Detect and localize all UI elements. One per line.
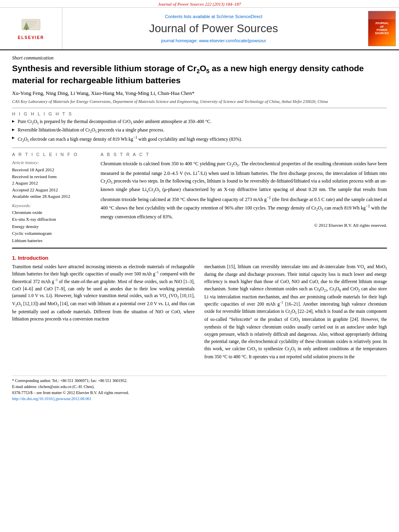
highlight-item-3: Cr2O5 electrode can reach a high energy … bbox=[12, 135, 387, 144]
and-text: and bbox=[35, 286, 42, 291]
intro-section: 1. Introduction Transition metal oxides … bbox=[12, 255, 387, 364]
intro-text-left: Transition metal oxides have attracted i… bbox=[12, 263, 195, 323]
keyword-2: Ex-situ X-ray diffraction bbox=[12, 216, 93, 223]
article-type: Short communication bbox=[12, 55, 387, 61]
issn: 0378-7753/$ – see front matter © 2012 El… bbox=[12, 390, 387, 396]
sciverse-text: Contents lists available at SciVerse Sci… bbox=[165, 14, 262, 19]
highlight-item-1: Pure Cr2O5 is prepared by the thermal de… bbox=[12, 118, 387, 126]
journal-citation: Journal of Power Sources 222 (2013) 184–… bbox=[158, 2, 241, 6]
homepage-link[interactable]: www.elsevier.com/locate/jpowsour bbox=[199, 38, 266, 43]
accepted-date: Accepted 22 August 2012 bbox=[12, 187, 93, 193]
article-content: Short communication Synthesis and revers… bbox=[0, 50, 399, 410]
elsevier-logo-area: ELSEVIER bbox=[0, 8, 62, 49]
keyword-4: Cyclic voltammogram bbox=[12, 230, 93, 237]
doi-link[interactable]: http://dx.doi.org/10.1016/j.jpowsour.201… bbox=[12, 396, 91, 401]
keyword-1: Chromium oxide bbox=[12, 209, 93, 216]
intro-col-left: Transition metal oxides have attracted i… bbox=[12, 263, 195, 364]
divider-1 bbox=[12, 108, 387, 108]
svg-rect-7 bbox=[26, 28, 27, 30]
intro-text-right: mechanism [15], lithium can reversibly i… bbox=[204, 263, 387, 361]
journal-homepage: journal homepage: www.elsevier.com/locat… bbox=[161, 38, 266, 43]
highlight-item-2: Reversible lithiation/de-lithiation of C… bbox=[12, 127, 387, 134]
doi: http://dx.doi.org/10.1016/j.jpowsour.201… bbox=[12, 396, 387, 402]
keywords-label: Keywords: bbox=[12, 203, 93, 208]
journal-title: Journal of Power Sources bbox=[149, 22, 278, 35]
article-info-title: A R T I C L E I N F O bbox=[12, 152, 93, 157]
received-date: Received 18 April 2012 bbox=[12, 166, 93, 173]
journal-cover-area: JOURNALOFPOWERSOURCES bbox=[365, 8, 399, 49]
journal-cover-image: JOURNALOFPOWERSOURCES bbox=[368, 11, 396, 46]
divider-main bbox=[12, 248, 387, 249]
copyright: © 2012 Elsevier B.V. All rights reserved… bbox=[101, 223, 387, 228]
revised-label: Received in revised form bbox=[12, 173, 93, 180]
intro-col-right: mechanism [15], lithium can reversibly i… bbox=[204, 263, 387, 364]
corresponding-note: * Corresponding author. Tel.: +86 551 36… bbox=[12, 378, 387, 383]
abstract-title: A B S T R A C T bbox=[101, 152, 387, 157]
elsevier-tree-icon bbox=[15, 18, 47, 35]
article-title: Synthesis and reversible lithium storage… bbox=[12, 63, 387, 86]
email-note: E-mail address: chchen@ustc.edu.cn (C.-H… bbox=[12, 384, 387, 390]
highlights-title: H I G H L I G H T S bbox=[12, 111, 387, 116]
intro-body: Transition metal oxides have attracted i… bbox=[12, 263, 387, 364]
history-label: Article history: bbox=[12, 160, 93, 165]
article-info-abstract: A R T I C L E I N F O Article history: R… bbox=[12, 152, 387, 244]
abstract-col: A B S T R A C T Chromium trioxide is cal… bbox=[101, 152, 387, 244]
footer: * Corresponding author. Tel.: +86 551 36… bbox=[12, 376, 387, 402]
available-date: Available online 28 August 2012 bbox=[12, 193, 93, 200]
abstract-text: Chromium trioxide is calcined from 350 t… bbox=[101, 160, 387, 220]
authors: Xu-Yong Feng, Ning Ding, Li Wang, Xiao-H… bbox=[12, 90, 387, 97]
revised-date: 2 August 2012 bbox=[12, 180, 93, 187]
page: Journal of Power Sources 222 (2013) 184–… bbox=[0, 0, 399, 532]
affiliation: CAS Key Laboratory of Materials for Ener… bbox=[12, 99, 387, 105]
elsevier-logo: ELSEVIER bbox=[9, 18, 53, 40]
sciverse-link[interactable]: SciVerse ScienceDirect bbox=[216, 14, 262, 19]
header: ELSEVIER Contents lists available at Sci… bbox=[0, 8, 399, 50]
highlights-section: H I G H L I G H T S Pure Cr2O5 is prepar… bbox=[12, 111, 387, 144]
journal-title-area: Contents lists available at SciVerse Sci… bbox=[62, 8, 365, 49]
elsevier-label: ELSEVIER bbox=[18, 35, 44, 40]
article-info-col: A R T I C L E I N F O Article history: R… bbox=[12, 152, 93, 244]
keyword-5: Lithium batteries bbox=[12, 237, 93, 244]
journal-bar: Journal of Power Sources 222 (2013) 184–… bbox=[0, 0, 399, 8]
divider-2 bbox=[12, 148, 387, 148]
keyword-3: Energy density bbox=[12, 223, 93, 230]
intro-heading: 1. Introduction bbox=[12, 255, 387, 261]
